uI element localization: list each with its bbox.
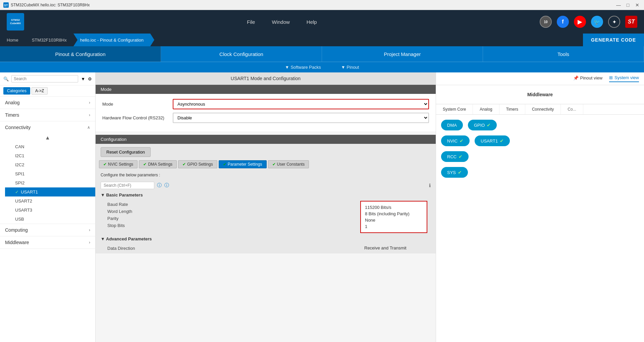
generate-code-button[interactable]: GENERATE CODE [583, 34, 644, 46]
param-check-icon: ✔ [223, 162, 226, 167]
computing-label: Computing [5, 227, 28, 233]
pinout-view-btn[interactable]: 📌 Pinout view [573, 75, 602, 82]
baud-rate-row: Baud Rate [104, 201, 360, 208]
tab-tools[interactable]: Tools [483, 46, 644, 62]
connectivity-chevron-icon: ∧ [87, 125, 90, 130]
sv-tab-more[interactable]: Co... [561, 104, 583, 114]
hw-flow-select[interactable]: Disable [173, 113, 429, 123]
facebook-icon[interactable]: f [557, 16, 569, 28]
stop-bits-label: Stop Bits [107, 223, 357, 228]
menu-file[interactable]: File [247, 19, 255, 25]
chip-sys[interactable]: SYS ✔ [441, 167, 468, 178]
tab-nvic-settings[interactable]: ✔ NVIC Settings [99, 160, 138, 168]
youtube-icon[interactable]: ▶ [574, 16, 586, 28]
middleware-chevron-icon: › [89, 240, 90, 245]
sv-tab-system-core[interactable]: System Core [436, 104, 473, 114]
category-connectivity-header[interactable]: Connectivity ∧ [0, 121, 95, 133]
tab-clock-config[interactable]: Clock Configuration [161, 46, 322, 62]
advanced-params-header[interactable]: ▼ Advanced Parameters [101, 235, 431, 243]
sidebar-item-can[interactable]: CAN [5, 142, 95, 151]
param-help-icon-1[interactable]: ⓘ [157, 182, 162, 188]
anniversary-icon[interactable]: 10 [540, 16, 552, 28]
chip-rcc[interactable]: RCC ✔ [441, 151, 469, 162]
chip-usart1[interactable]: USART1 ✔ [475, 135, 510, 146]
breadcrumb-current[interactable]: hello.ioc - Pinout & Configuration [73, 34, 150, 46]
baud-rate-label: Baud Rate [107, 202, 357, 207]
middleware-section: Middleware [436, 85, 644, 104]
analog-label: Analog [5, 100, 20, 105]
tab-gpio-settings[interactable]: ✔ GPIO Settings [178, 160, 217, 168]
param-info-icon[interactable]: ℹ [429, 183, 431, 188]
network-icon[interactable]: ✦ [608, 16, 620, 28]
st-icon[interactable]: ST [625, 16, 637, 28]
twitter-icon[interactable]: 🐦 [591, 16, 603, 28]
breadcrumb-home[interactable]: Home [0, 34, 25, 46]
connectivity-collapse-btn[interactable]: ▲ [0, 133, 95, 142]
category-connectivity: Connectivity ∧ ▲ CAN I2C1 I2C2 SPI1 SPI2… [0, 121, 95, 224]
subtab-pinout[interactable]: ▼ Pinout [341, 65, 359, 70]
breadcrumb-device[interactable]: STM32F103R8Hx [25, 34, 73, 46]
menu-help[interactable]: Help [307, 19, 317, 25]
middleware-title: Middleware [441, 89, 639, 101]
parity-row: Parity [104, 215, 360, 222]
category-timers-header[interactable]: Timers › [0, 109, 95, 121]
param-search-input[interactable] [101, 182, 154, 189]
category-computing-header[interactable]: Computing › [0, 224, 95, 236]
sidebar-item-i2c1[interactable]: I2C1 [5, 151, 95, 160]
dma-label: DMA Settings [148, 162, 172, 167]
breadcrumb: Home STM32F103R8Hx hello.ioc - Pinout & … [0, 34, 644, 46]
sidebar-item-usart2[interactable]: USART2 [5, 196, 95, 206]
category-middleware-header[interactable]: Middleware › [0, 236, 95, 248]
maximize-btn[interactable]: □ [625, 2, 631, 8]
sidebar-item-i2c2[interactable]: I2C2 [5, 160, 95, 169]
dma-chip-label: DMA [447, 123, 457, 128]
computing-chevron-icon: › [89, 228, 90, 232]
gpio-check-icon: ✔ [182, 162, 186, 167]
basic-params-values[interactable]: 115200 Bits/s 8 Bits (including Parity) … [360, 201, 427, 233]
sidebar-item-usb[interactable]: USB [5, 215, 95, 224]
advanced-params-group: ▼ Advanced Parameters Data Direction Rec… [101, 235, 431, 253]
chip-nvic[interactable]: NVIC ✔ [441, 135, 470, 146]
sv-tab-connectivity[interactable]: Connectivity [525, 104, 561, 114]
tab-pinout-config[interactable]: Pinout & Configuration [0, 46, 161, 62]
pinout-view-label: Pinout view [580, 75, 602, 80]
tab-dma-settings[interactable]: ✔ DMA Settings [139, 160, 177, 168]
sidebar-search-area: 🔍 ▼ ⚙ [0, 72, 95, 86]
system-view-btn[interactable]: ⊞ System view [609, 75, 639, 82]
reset-config-button[interactable]: Reset Configuration [101, 147, 151, 157]
window-controls: — □ ✕ [615, 2, 641, 8]
param-help-icon-2[interactable]: ⓘ [164, 182, 169, 188]
word-length-row: Word Length [104, 208, 360, 215]
sidebar-item-spi1[interactable]: SPI1 [5, 169, 95, 178]
tab-parameter-settings[interactable]: ✔ Parameter Settings [219, 160, 267, 168]
chip-gpio[interactable]: GPIO ✔ [468, 120, 497, 130]
menu-window[interactable]: Window [272, 19, 289, 25]
close-btn[interactable]: ✕ [634, 2, 641, 8]
svg-text:ST: ST [4, 4, 8, 7]
tab-project-manager[interactable]: Project Manager [322, 46, 483, 62]
gear-icon[interactable]: ⚙ [88, 76, 92, 81]
tab-user-constants[interactable]: ✔ User Constants [268, 160, 309, 168]
chip-dma[interactable]: DMA [441, 120, 463, 130]
usart1-chip-check-icon: ✔ [500, 138, 504, 144]
subtab-software-packs[interactable]: ▼ Software Packs [285, 65, 321, 70]
tab-categories[interactable]: Categories [3, 87, 30, 95]
sidebar-item-usart1[interactable]: ✓ USART1 [5, 187, 95, 196]
gpio-label: GPIO Settings [187, 162, 213, 167]
minimize-btn[interactable]: — [615, 2, 622, 8]
sidebar-item-usart3[interactable]: USART3 [5, 206, 95, 215]
sidebar-item-spi2[interactable]: SPI2 [5, 178, 95, 187]
search-input[interactable] [11, 75, 78, 82]
gpio-check-icon: ✔ [487, 122, 491, 128]
mode-select[interactable]: Asynchronous [173, 99, 429, 109]
tab-az[interactable]: A->Z [32, 87, 48, 95]
category-analog-header[interactable]: Analog › [0, 97, 95, 109]
stop-bits-value: 1 [365, 223, 423, 230]
sv-tab-analog[interactable]: Analog [473, 104, 499, 114]
sv-tab-timers[interactable]: Timers [499, 104, 525, 114]
app-icon: ST [3, 2, 9, 8]
basic-params-label: Basic Parameters [106, 192, 143, 197]
basic-params-header[interactable]: ▼ Basic Parameters [101, 191, 431, 199]
baud-rate-value: 115200 Bits/s [365, 204, 423, 211]
word-length-label: Word Length [107, 209, 357, 214]
